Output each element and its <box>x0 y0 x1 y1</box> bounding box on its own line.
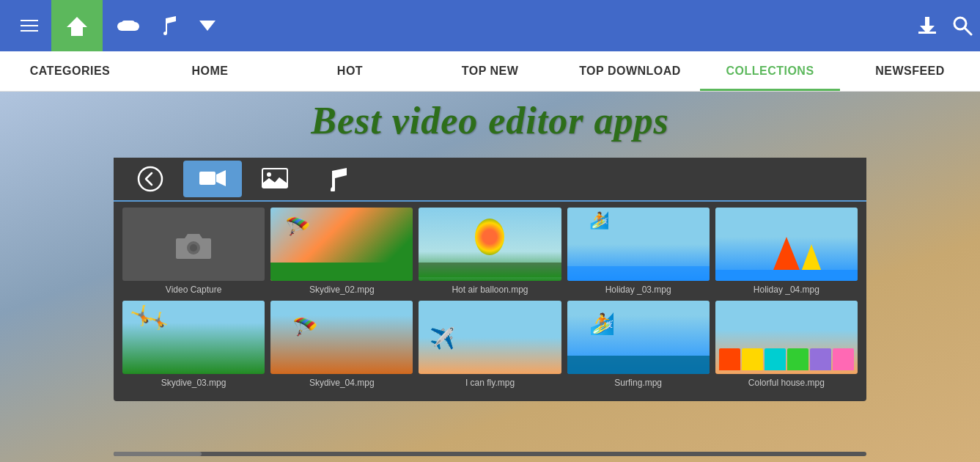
secondary-nav: CATEGORIES HOME HOT TOP NEW TOP DOWNLOAD… <box>0 51 980 92</box>
search-button[interactable] <box>952 15 973 36</box>
top-bar-right <box>917 15 973 36</box>
search-icon <box>952 15 973 36</box>
back-button[interactable] <box>121 161 180 197</box>
list-item[interactable]: Holiday _04.mpg <box>715 208 858 295</box>
dropdown-button[interactable] <box>199 21 215 31</box>
nav-categories[interactable]: CATEGORIES <box>0 51 140 91</box>
chevron-down-icon <box>199 21 215 31</box>
list-item[interactable]: Video Capture <box>122 208 265 295</box>
svg-point-6 <box>133 25 136 27</box>
video-tab[interactable] <box>183 161 242 197</box>
svg-point-17 <box>267 172 271 177</box>
nav-hot[interactable]: HOT <box>280 51 420 91</box>
hamburger-icon <box>21 20 38 32</box>
svg-marker-15 <box>216 170 226 186</box>
gamepad-button[interactable] <box>117 18 139 34</box>
top-bar-icons <box>117 15 917 36</box>
list-item[interactable]: 🏄 Holiday _03.mpg <box>567 208 710 295</box>
video-label: Colorful house.mpg <box>748 378 825 388</box>
svg-point-5 <box>131 23 133 26</box>
houses-decoration <box>719 348 854 370</box>
video-label: Holiday _03.mpg <box>605 285 671 295</box>
scroll-thumb[interactable] <box>114 452 202 456</box>
download-icon <box>917 15 937 36</box>
gamepad-icon <box>117 18 139 34</box>
thumbnail-skydive4: 🪂 <box>270 301 413 374</box>
music-note-icon <box>326 166 348 191</box>
scroll-track[interactable] <box>114 452 866 456</box>
thumbnail-colorful <box>715 301 858 374</box>
thumbnail-holiday4 <box>715 208 858 281</box>
svg-point-20 <box>190 244 197 252</box>
video-label: Hot air balloon.mpg <box>452 285 528 295</box>
nav-newsfeed[interactable]: NEWSFEED <box>840 51 980 91</box>
list-item[interactable]: 🪂 Skydive_04.mpg <box>270 301 413 388</box>
svg-rect-9 <box>925 17 929 27</box>
camera-icon <box>174 228 213 260</box>
back-icon <box>137 166 163 192</box>
music-icon <box>161 15 177 36</box>
image-tab[interactable] <box>246 161 304 197</box>
thumbnail-holiday3: 🏄 <box>567 208 710 281</box>
list-item[interactable]: ✈️ I can fly.mpg <box>419 301 561 388</box>
video-label: Skydive_04.mpg <box>309 378 375 388</box>
nav-top-new[interactable]: TOP NEW <box>420 51 560 91</box>
list-item[interactable]: 🪂 Skydive_02.mpg <box>270 208 413 295</box>
video-label: Surfing.mpg <box>614 378 662 388</box>
svg-marker-7 <box>199 21 215 31</box>
thumbnail-skydive3: 🤸 🤸 <box>122 301 265 374</box>
svg-rect-4 <box>125 23 126 27</box>
thumbnail-skydive2: 🪂 <box>270 208 413 281</box>
svg-marker-0 <box>67 17 87 36</box>
video-label: I can fly.mpg <box>465 378 515 388</box>
top-bar <box>0 0 980 51</box>
music-tab[interactable] <box>308 161 366 197</box>
home-button[interactable] <box>51 0 103 51</box>
video-camera-icon <box>199 169 226 189</box>
thumbnail-capture <box>122 208 265 281</box>
video-label: Video Capture <box>166 285 222 295</box>
list-item[interactable]: 🏄 Surfing.mpg <box>567 301 710 388</box>
video-label: Holiday _04.mpg <box>754 285 819 295</box>
svg-line-12 <box>965 28 971 34</box>
image-icon <box>262 168 288 190</box>
thumbnail-surfing: 🏄 <box>567 301 710 374</box>
list-item[interactable]: 🤸 🤸 Skydive_03.mpg <box>122 301 265 388</box>
menu-button[interactable] <box>7 0 51 51</box>
svg-marker-18 <box>262 177 288 187</box>
video-label: Skydive_02.mpg <box>309 285 375 295</box>
nav-collections[interactable]: COLLECTIONS <box>700 51 840 91</box>
video-grid: Video Capture 🪂 Skydive_02.mpg <box>114 202 866 394</box>
video-label: Skydive_03.mpg <box>161 378 226 388</box>
app-panel: Video Capture 🪂 Skydive_02.mpg <box>114 158 866 401</box>
list-item[interactable]: Hot air balloon.mpg <box>419 208 561 295</box>
panel-toolbar <box>114 158 866 202</box>
home-icon <box>65 14 89 37</box>
nav-top-download[interactable]: TOP DOWNLOAD <box>560 51 700 91</box>
svg-point-13 <box>139 167 162 191</box>
thumbnail-balloon <box>419 208 561 281</box>
svg-rect-14 <box>199 172 215 185</box>
banner-title: Best video editor apps <box>0 99 980 142</box>
thumbnail-fly: ✈️ <box>419 301 561 374</box>
nav-home[interactable]: HOME <box>140 51 280 91</box>
download-button[interactable] <box>917 15 937 36</box>
main-content: Best video editor apps <box>0 92 980 462</box>
list-item[interactable]: Colorful house.mpg <box>715 301 858 388</box>
scroll-bar-container <box>114 452 866 456</box>
music-button[interactable] <box>161 15 177 36</box>
